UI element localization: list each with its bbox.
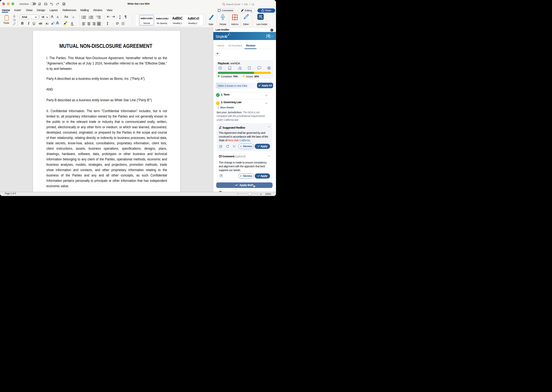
svg-text:Z: Z [119,17,120,19]
svg-text:A: A [119,15,121,17]
svg-text:3: 3 [89,18,89,19]
